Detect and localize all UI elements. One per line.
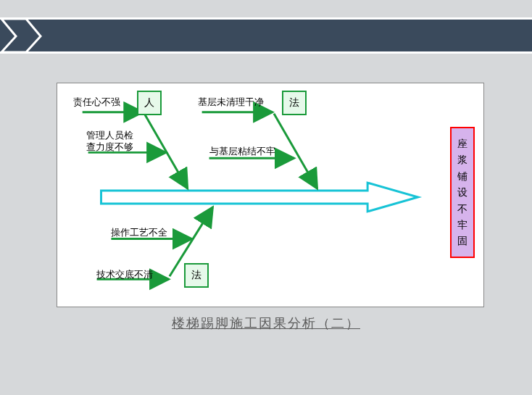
cause-label: 基层未清理干净: [198, 96, 264, 109]
effect-char: 浆: [457, 151, 467, 167]
header-band: [0, 17, 532, 54]
category-label: 人: [144, 96, 154, 109]
svg-marker-0: [1, 19, 41, 52]
effect-char: 铺: [457, 168, 467, 184]
cause-label: 查力度不够: [86, 141, 133, 154]
category-box-person: 人: [137, 91, 162, 115]
svg-line-1: [144, 114, 188, 188]
effect-box: 座 浆 铺 设 不 牢 固: [450, 127, 475, 258]
chevron-icon: [0, 14, 58, 58]
svg-line-4: [274, 114, 317, 188]
category-box-method-top: 法: [282, 91, 307, 115]
fishbone-diagram: 人 法 法 责任心不强 管理人员检 查力度不够 基层未清理干净 与基层粘结不牢 …: [57, 83, 484, 307]
cause-label: 技术交底不清: [96, 269, 153, 281]
effect-char: 不: [457, 201, 467, 217]
effect-char: 设: [457, 184, 467, 200]
category-label: 法: [289, 96, 299, 109]
cause-label: 管理人员检: [86, 130, 133, 142]
category-box-method-bottom: 法: [184, 263, 209, 288]
effect-char: 座: [457, 136, 467, 151]
cause-label: 责任心不强: [73, 96, 120, 109]
diagram-caption: 楼梯踢脚施工因果分析（二）: [0, 315, 532, 332]
cause-label: 操作工艺不全: [111, 227, 167, 239]
effect-char: 固: [457, 233, 467, 249]
effect-char: 牢: [457, 217, 467, 233]
cause-label: 与基层粘结不牢: [209, 146, 275, 158]
category-label: 法: [191, 269, 201, 282]
